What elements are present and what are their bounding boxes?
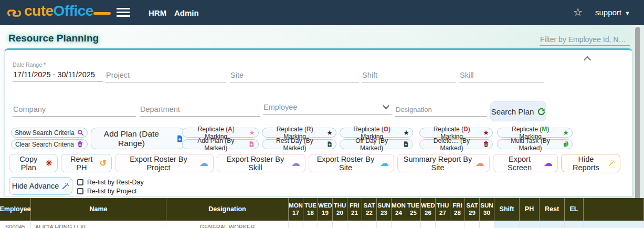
delete-by-marked-button[interactable]: Delete.... (By Marked) bbox=[419, 139, 493, 149]
date-range-input[interactable] bbox=[13, 70, 103, 82]
column-header-day[interactable]: SAT22 bbox=[362, 198, 377, 221]
column-header-day[interactable]: MON17 bbox=[289, 198, 303, 221]
nav-item-hrm[interactable]: HRM bbox=[149, 8, 166, 17]
replicate-d-marking-button[interactable]: Replicate (D) Marking ★ bbox=[419, 128, 493, 138]
day-cell[interactable] bbox=[480, 221, 494, 228]
add-plan-by-marked-button[interactable]: Add Plan (By Marked) bbox=[182, 139, 259, 149]
column-header-day[interactable]: TUE25 bbox=[406, 198, 421, 221]
project-input[interactable] bbox=[105, 71, 226, 82]
export-screen-button[interactable]: Export Screen ☁ bbox=[493, 154, 558, 172]
day-cell[interactable] bbox=[406, 221, 421, 228]
day-cell[interactable] bbox=[303, 221, 318, 228]
relist-by-project-option: Re-list by Project bbox=[77, 188, 136, 195]
app-logo[interactable]: cuteOffice bbox=[24, 3, 93, 19]
search-icon bbox=[77, 129, 84, 136]
relist-project-checkbox[interactable] bbox=[77, 188, 83, 194]
table-row[interactable]: S00045 ALICIA HONG LI XI GENERAL WORKER bbox=[0, 221, 644, 228]
filler-cell bbox=[584, 221, 644, 228]
logo-ligature-bar bbox=[93, 12, 111, 15]
file-plus-icon bbox=[248, 141, 255, 148]
star-icon: ★ bbox=[249, 129, 255, 136]
day-cell[interactable] bbox=[465, 221, 480, 228]
day-cell[interactable] bbox=[289, 221, 303, 228]
day-cell[interactable] bbox=[333, 221, 347, 228]
column-header-day[interactable]: THU27 bbox=[436, 198, 450, 221]
day-cell[interactable] bbox=[377, 221, 392, 228]
column-header-rest[interactable]: Rest bbox=[540, 198, 565, 221]
replicate-r-marking-button[interactable]: Replicate (R) Marking ★ bbox=[262, 128, 336, 138]
logo-link-icon bbox=[6, 5, 22, 20]
summary-report-by-site-button[interactable]: Summary Report By Site ☁ bbox=[397, 154, 490, 172]
replicate-a-marking-button[interactable]: Replicate (A) Marking ★ bbox=[182, 128, 259, 138]
top-navbar: cuteOffice HRM Admin ☆ support▼ bbox=[0, 0, 644, 25]
column-header-day[interactable]: THU20 bbox=[333, 198, 347, 221]
hamburger-menu-icon[interactable] bbox=[117, 8, 130, 19]
day-cell[interactable] bbox=[421, 221, 436, 228]
day-cell[interactable] bbox=[347, 221, 362, 228]
column-header-day[interactable]: SUN30 bbox=[480, 198, 494, 221]
designation-input[interactable] bbox=[395, 106, 487, 117]
show-search-criteria-button[interactable]: Show Search Criteria bbox=[11, 128, 88, 138]
trash-icon bbox=[77, 141, 83, 148]
column-header-day[interactable]: MON24 bbox=[392, 198, 406, 221]
department-input[interactable] bbox=[140, 105, 260, 117]
replicate-m-marking-button[interactable]: Replicate (M) Marking ★ bbox=[497, 128, 573, 138]
page-title: Resource Planning bbox=[8, 33, 99, 44]
day-cell[interactable] bbox=[436, 221, 450, 228]
day-cell[interactable] bbox=[450, 221, 465, 228]
column-header-ph[interactable]: PH bbox=[520, 198, 540, 221]
cloud-download-icon: ☁ bbox=[544, 159, 553, 168]
star-icon: ★ bbox=[326, 129, 333, 136]
column-header-designation[interactable]: Designation bbox=[166, 198, 289, 221]
employee-select[interactable] bbox=[263, 102, 392, 115]
collapse-panel-icon[interactable] bbox=[584, 56, 591, 64]
magic-wand-icon bbox=[61, 182, 69, 190]
employee-filter-input[interactable] bbox=[540, 34, 630, 46]
column-header-day[interactable]: FRI21 bbox=[347, 198, 362, 221]
column-header-filler bbox=[584, 198, 644, 221]
relist-rest-day-checkbox[interactable] bbox=[77, 179, 83, 185]
skill-input[interactable] bbox=[459, 71, 544, 82]
export-roster-by-site-button[interactable]: Export Roster By Site ☁ bbox=[309, 154, 394, 172]
marking-group-r: Replicate (R) Marking ★ Rest Day (By Mar… bbox=[262, 128, 336, 149]
file-plus-icon bbox=[403, 141, 409, 148]
date-range-field: Date Range * bbox=[13, 61, 103, 82]
user-menu[interactable]: support▼ bbox=[595, 8, 630, 17]
nav-item-admin[interactable]: Admin bbox=[174, 8, 199, 17]
favorite-star-icon[interactable]: ☆ bbox=[573, 6, 583, 18]
hide-reports-button[interactable]: Hide Reports bbox=[561, 154, 620, 172]
search-plan-button[interactable]: Search Plan bbox=[490, 101, 546, 121]
column-header-day[interactable]: FRI28 bbox=[450, 198, 465, 221]
revert-ph-button[interactable]: Revert PH ↺ bbox=[61, 154, 112, 172]
off-day-by-marked-button[interactable]: Off Day (By Marked) bbox=[340, 139, 413, 149]
add-plan-date-range-button[interactable]: Add Plan (Date Range) bbox=[91, 128, 184, 149]
column-header-day[interactable]: WED19 bbox=[318, 198, 333, 221]
hide-advance-button[interactable]: Hide Advance bbox=[9, 177, 72, 195]
column-header-day[interactable]: TUE18 bbox=[303, 198, 318, 221]
marking-group-d: Replicate (D) Marking ★ Delete.... (By M… bbox=[419, 128, 493, 149]
replicate-o-marking-button[interactable]: Replicate (O) Marking ★ bbox=[340, 128, 413, 138]
company-input[interactable] bbox=[13, 105, 136, 117]
export-roster-by-project-button[interactable]: Export Roster By Project ☁ bbox=[115, 154, 214, 172]
column-header-employee[interactable]: Employee bbox=[0, 198, 31, 221]
column-header-name[interactable]: Name bbox=[31, 198, 166, 221]
employee-select-input[interactable] bbox=[263, 103, 392, 115]
day-cell[interactable] bbox=[362, 221, 377, 228]
column-header-day[interactable]: SUN23 bbox=[377, 198, 392, 221]
column-header-day[interactable]: WED26 bbox=[421, 198, 436, 221]
cloud-download-icon: ☁ bbox=[380, 159, 389, 168]
rest-day-by-marked-button[interactable]: Rest Day (By Marked) bbox=[262, 139, 336, 149]
copy-plan-button[interactable]: Copy Plan ✳ bbox=[9, 154, 58, 172]
shift-input[interactable] bbox=[362, 71, 456, 82]
multi-task-by-marked-button[interactable]: Multi Task (By Marked) bbox=[497, 139, 573, 149]
day-cell[interactable] bbox=[392, 221, 406, 228]
column-header-day[interactable]: SAT29 bbox=[465, 198, 480, 221]
site-input[interactable] bbox=[230, 71, 359, 82]
clear-search-criteria-button[interactable]: Clear Search Criteria bbox=[11, 139, 88, 149]
copy-icon bbox=[563, 141, 569, 148]
column-header-shift[interactable]: Shift bbox=[494, 198, 520, 221]
column-header-el[interactable]: EL bbox=[565, 198, 584, 221]
day-cell[interactable] bbox=[318, 221, 333, 228]
export-roster-by-skill-button[interactable]: Export Roster By Skill ☁ bbox=[217, 154, 305, 172]
magic-wand-icon bbox=[608, 159, 615, 167]
